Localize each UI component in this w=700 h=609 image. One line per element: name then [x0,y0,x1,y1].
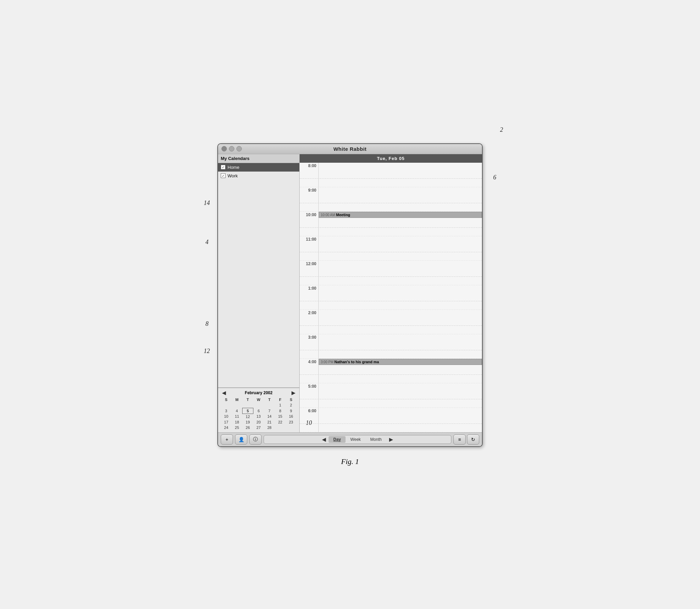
time-content[interactable] [318,236,482,252]
calendar-day [232,402,243,408]
weekday-wed: W [253,397,264,402]
time-content[interactable] [318,163,482,178]
calendar-day[interactable]: 16 [286,414,297,419]
time-slot[interactable]: 1:00 [300,285,482,301]
calendar-day[interactable]: 27 [253,425,264,430]
title-bar: White Rabbit [218,144,482,154]
time-label: 3:00 [300,334,318,340]
next-month-button[interactable]: ▶ [290,390,297,396]
mini-cal-grid: S M T W T F S 12345678910111213 [221,397,297,430]
time-slot-container: 8:009:0010:0010:00 AM Meeting11:0012:001… [300,163,482,432]
time-content[interactable] [318,261,482,276]
time-content[interactable] [318,383,482,399]
calendar-day[interactable]: 17 [221,419,232,425]
weekday-thu: T [264,397,275,402]
time-content[interactable] [318,285,482,301]
calendar-day [253,402,264,408]
event-time: 10:00 AM [321,213,336,217]
time-slot[interactable]: 9:00 [300,187,482,203]
calendar-day[interactable]: 15 [275,414,286,419]
calendar-day [275,425,286,430]
list-button[interactable]: ≡ [453,434,466,445]
calendar-day[interactable]: 24 [221,425,232,430]
time-slot[interactable]: 8:00 [300,163,482,179]
calendar-item-home[interactable]: Home [218,163,299,172]
info-button[interactable]: ⓘ [249,434,262,445]
time-slot[interactable]: 10:0010:00 AM Meeting [300,212,482,228]
sync-button[interactable]: ↻ [467,434,479,445]
calendar-day[interactable]: 12 [243,414,253,419]
calendar-day[interactable]: 10 [221,414,232,419]
people-button[interactable]: 👤 [235,434,247,445]
day-scroll[interactable]: 8:009:0010:0010:00 AM Meeting11:0012:001… [300,163,482,432]
calendar-day[interactable]: 8 [275,408,286,414]
calendar-day[interactable]: 21 [264,419,275,425]
calendar-day[interactable]: 20 [253,419,264,425]
right-tools: ≡ ↻ [453,434,479,445]
calendar-day[interactable]: 1 [275,402,286,408]
minimize-button[interactable] [229,146,234,151]
calendar-day[interactable]: 19 [243,419,253,425]
calendar-day[interactable]: 2 [286,402,297,408]
calendar-day[interactable]: 25 [232,425,243,430]
calendars-title: My Calendars [218,154,299,163]
calendar-day[interactable]: 9 [286,408,297,414]
annotation-14: 14 [204,199,210,207]
calendar-day[interactable]: 6 [253,408,264,414]
prev-month-button[interactable]: ◀ [221,390,227,396]
half-hour-slot [300,301,482,310]
close-button[interactable] [221,146,227,151]
calendar-day [264,402,275,408]
time-content[interactable]: 3:00 PM Nathan's to his grand ma [318,359,482,374]
calendar-day[interactable]: 22 [275,419,286,425]
time-slot[interactable]: 2:00 [300,310,482,326]
time-slot[interactable]: 4:003:00 PM Nathan's to his grand ma [300,359,482,375]
mini-cal-header: ◀ February 2002 ▶ [221,390,297,396]
time-content[interactable] [318,334,482,350]
calendar-day[interactable]: 3 [221,408,232,414]
calendar-day[interactable]: 5 [243,408,253,414]
time-content[interactable] [318,310,482,325]
calendar-day[interactable]: 13 [253,414,264,419]
calendar-day[interactable]: 28 [264,425,275,430]
calendar-day[interactable]: 7 [264,408,275,414]
app-window: White Rabbit My Calendars Home [217,143,483,447]
add-button[interactable]: + [221,434,233,445]
time-label: 10:00 [300,212,318,217]
annotation-12: 12 [204,348,210,355]
prev-view-button[interactable]: ◀ [319,437,329,442]
calendar-day[interactable]: 11 [232,414,243,419]
add-icon: + [226,437,228,442]
event-block[interactable]: 3:00 PM Nathan's to his grand ma [319,359,482,365]
time-slot[interactable]: 3:00 [300,334,482,350]
time-slot[interactable]: 6:00 [300,408,482,424]
time-content[interactable] [318,187,482,203]
calendars-section: My Calendars Home Work [218,154,299,388]
next-view-button[interactable]: ▶ [386,437,396,442]
time-label: 6:00 [300,408,318,413]
tab-day[interactable]: Day [329,436,346,443]
calendar-day[interactable]: 26 [243,425,253,430]
calendar-item-work[interactable]: Work [218,172,299,180]
calendar-day[interactable]: 18 [232,419,243,425]
work-checkbox[interactable] [221,173,226,178]
calendar-day[interactable]: 4 [232,408,243,414]
time-slot[interactable]: 12:00 [300,261,482,277]
home-checkbox[interactable] [221,165,226,170]
half-hour-slot [300,179,482,187]
time-label: 1:00 [300,285,318,291]
event-block[interactable]: 10:00 AM Meeting [319,212,482,218]
time-content[interactable]: 10:00 AM Meeting [318,212,482,227]
half-hour-slot [300,399,482,408]
half-hour-slot [300,375,482,383]
tab-month[interactable]: Month [366,436,386,443]
calendar-day[interactable]: 23 [286,419,297,425]
time-slot[interactable]: 11:00 [300,236,482,252]
maximize-button[interactable] [236,146,242,151]
calendar-day[interactable]: 14 [264,414,275,419]
tab-week[interactable]: Week [346,436,365,443]
time-content[interactable] [318,408,482,423]
left-panel: My Calendars Home Work [218,154,300,432]
sync-icon: ↻ [471,437,475,442]
time-slot[interactable]: 5:00 [300,383,482,399]
